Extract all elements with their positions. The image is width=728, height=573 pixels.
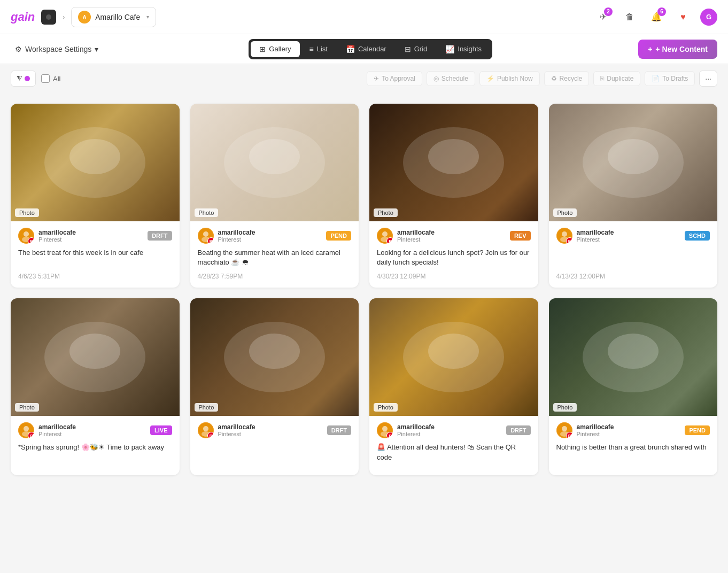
card-meta: P amarillocafe Pinterest PEND <box>198 228 352 244</box>
checkbox-input[interactable] <box>41 74 50 83</box>
select-all-checkbox[interactable]: All <box>41 74 60 83</box>
account-avatar: P <box>18 228 34 244</box>
schedule-button[interactable]: ◎ Schedule <box>427 71 475 86</box>
account-info: P amarillocafe Pinterest <box>198 422 255 438</box>
account-name: amarillocafe <box>218 423 255 431</box>
plus-icon: + <box>648 45 652 53</box>
to-drafts-button[interactable]: 📄 To Drafts <box>645 71 695 86</box>
card-body: P amarillocafe Pinterest DRFT 🚨 Attentio… <box>369 416 538 475</box>
status-badge: PEND <box>685 425 710 435</box>
notifications-badge: 6 <box>657 7 666 16</box>
new-content-button[interactable]: + + New Content <box>638 40 717 59</box>
account-text: amarillocafe Pinterest <box>577 423 614 437</box>
card-body: P amarillocafe Pinterest REV Looking for… <box>369 221 538 288</box>
account-text: amarillocafe Pinterest <box>577 229 614 243</box>
publish-icon: ⚡ <box>486 75 494 82</box>
status-badge: REV <box>510 231 531 241</box>
content-card-6[interactable]: Photo P <box>190 298 359 475</box>
account-avatar: P <box>198 228 214 244</box>
pinterest-badge: P <box>28 237 34 244</box>
platform-name: Pinterest <box>38 431 76 437</box>
action-bar-right: ✈ To Approval ◎ Schedule ⚡ Publish Now ♻… <box>367 71 717 87</box>
account-text: amarillocafe Pinterest <box>397 229 435 243</box>
workspace-settings-button[interactable]: ⚙ Workspace Settings ▾ <box>11 42 103 57</box>
account-text: amarillocafe Pinterest <box>218 229 255 243</box>
gain-logo: gain <box>11 10 35 24</box>
account-name: amarillocafe <box>397 423 435 431</box>
top-nav: gain › A Amarillo Cafe ▾ ✈ 2 🗑 <box>0 0 728 34</box>
status-badge: PEND <box>326 231 351 241</box>
grid-icon: ⊟ <box>405 45 411 53</box>
account-avatar: P <box>556 228 572 244</box>
view-tabs: ⊞ Gallery ≡ List 📅 Calendar ⊟ Grid 📈 Ins… <box>249 39 492 59</box>
to-approval-icon: ✈ <box>374 75 379 82</box>
content-card-3[interactable]: Photo P <box>369 104 538 288</box>
gallery-icon: ⊞ <box>259 45 266 53</box>
content-card-1[interactable]: Photo P <box>11 104 180 288</box>
trash-button[interactable]: 🗑 <box>620 7 639 27</box>
recycle-icon: ♻ <box>551 75 557 82</box>
tab-calendar[interactable]: 📅 Calendar <box>337 41 395 57</box>
card-date: 4/13/23 12:00PM <box>556 273 710 280</box>
tab-insights[interactable]: 📈 Insights <box>437 41 490 57</box>
account-avatar: P <box>198 422 214 438</box>
card-image: Photo <box>549 104 718 221</box>
publish-now-button[interactable]: ⚡ Publish Now <box>479 71 540 86</box>
nav-workspace-icon <box>41 10 56 25</box>
tab-grid[interactable]: ⊟ Grid <box>396 41 436 57</box>
status-badge: SCHD <box>685 231 710 241</box>
filter-button[interactable]: ⧨ <box>11 71 36 87</box>
user-avatar[interactable]: G <box>700 9 717 26</box>
pinterest-badge: P <box>28 432 34 438</box>
content-card-4[interactable]: Photo P <box>549 104 718 288</box>
tab-gallery[interactable]: ⊞ Gallery <box>251 41 299 57</box>
svg-point-11 <box>382 231 388 237</box>
svg-point-26 <box>562 426 567 431</box>
content-card-8[interactable]: Photo P <box>549 298 718 475</box>
tab-list[interactable]: ≡ List <box>301 41 336 57</box>
pinterest-badge: P <box>386 432 393 438</box>
account-info: P amarillocafe Pinterest <box>18 422 76 438</box>
card-image: Photo <box>549 298 718 416</box>
to-approval-button[interactable]: ✈ To Approval <box>367 71 422 86</box>
sub-nav: ⚙ Workspace Settings ▾ ⊞ Gallery ≡ List … <box>0 34 728 64</box>
card-body: P amarillocafe Pinterest PEND Beating th… <box>190 221 359 288</box>
platform-name: Pinterest <box>218 431 255 437</box>
content-card-5[interactable]: Photo P <box>11 298 180 475</box>
schedule-icon: ◎ <box>433 75 439 82</box>
account-text: amarillocafe Pinterest <box>38 229 76 243</box>
card-date: 4/6/23 5:31PM <box>18 273 172 280</box>
card-meta: P amarillocafe Pinterest LIVE <box>18 422 172 438</box>
card-body: P amarillocafe Pinterest LIVE *Spring ha… <box>11 416 180 475</box>
content-card-7[interactable]: Photo P <box>369 298 538 475</box>
photo-badge: Photo <box>553 208 577 217</box>
workspace-selector[interactable]: A Amarillo Cafe ▾ <box>71 7 156 27</box>
svg-point-14 <box>562 231 567 237</box>
card-meta: P amarillocafe Pinterest DRFT <box>18 228 172 244</box>
platform-name: Pinterest <box>38 236 76 243</box>
notifications-button[interactable]: 🔔 6 <box>647 7 666 27</box>
duplicate-button[interactable]: ⎘ Duplicate <box>593 71 640 86</box>
photo-badge: Photo <box>15 403 39 412</box>
card-image: Photo <box>11 104 180 221</box>
svg-point-5 <box>24 231 29 237</box>
svg-point-1 <box>46 14 51 20</box>
content-card-2[interactable]: Photo P <box>190 104 359 288</box>
pinterest-badge: P <box>566 237 572 244</box>
workspace-icon: A <box>78 11 91 24</box>
recycle-button[interactable]: ♻ Recycle <box>544 71 590 86</box>
card-image: Photo <box>369 298 538 416</box>
pinterest-badge: P <box>207 237 214 244</box>
account-name: amarillocafe <box>218 229 255 236</box>
more-actions-button[interactable]: ··· <box>699 71 717 87</box>
nav-left: gain › A Amarillo Cafe ▾ <box>11 7 156 27</box>
account-info: P amarillocafe Pinterest <box>377 422 435 438</box>
svg-point-20 <box>203 426 208 431</box>
send-button[interactable]: ✈ 2 <box>593 7 613 27</box>
account-avatar: P <box>377 228 393 244</box>
sub-nav-left: ⚙ Workspace Settings ▾ <box>11 42 103 57</box>
card-image: Photo <box>190 298 359 416</box>
favorites-button[interactable]: ♥ <box>673 7 693 27</box>
settings-caret-icon: ▾ <box>95 45 98 53</box>
calendar-icon: 📅 <box>346 45 355 53</box>
